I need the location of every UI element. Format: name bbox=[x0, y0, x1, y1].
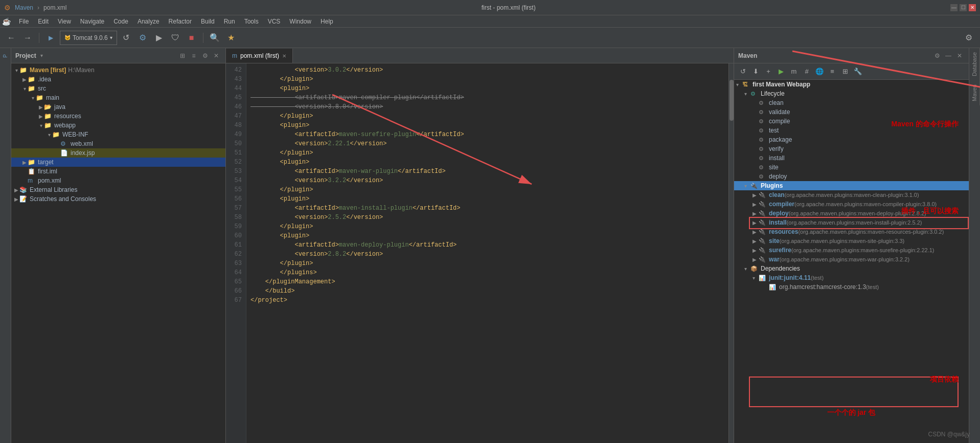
scratches-icon: 📝 bbox=[19, 195, 28, 203]
tree-target[interactable]: ▶ 📁 target bbox=[11, 158, 225, 167]
tree-java[interactable]: ▶ 📂 java bbox=[11, 102, 225, 112]
menu-code[interactable]: Code bbox=[109, 17, 132, 26]
maximize-button[interactable]: ☐ bbox=[960, 4, 967, 11]
maven-plugin-surefire[interactable]: ▶ 🔌 surefire (org.apache.maven.plugins:m… bbox=[734, 246, 969, 255]
menu-help[interactable]: Help bbox=[316, 17, 337, 26]
tree-root[interactable]: ▾ 📁 Maven [first] H:\Maven bbox=[11, 65, 225, 75]
editor-scrollbar[interactable] bbox=[728, 63, 734, 443]
tree-main[interactable]: ▾ 📁 main bbox=[11, 93, 225, 102]
maven-wrench-btn[interactable]: 🔧 bbox=[852, 66, 863, 77]
menu-vcs[interactable]: VCS bbox=[264, 17, 285, 26]
maven-verify[interactable]: ⚙ verify bbox=[734, 144, 969, 153]
maven-toggle-btn[interactable]: # bbox=[801, 66, 812, 77]
tree-idea[interactable]: ▶ 📁 .idea bbox=[11, 75, 225, 84]
webinf-folder-icon: 📁 bbox=[52, 131, 60, 138]
maven-minimize-btn[interactable]: — bbox=[943, 51, 953, 61]
tree-ext-libs[interactable]: ▶ 📚 External Libraries bbox=[11, 185, 225, 194]
maven-plugin-site[interactable]: ▶ 🔌 site (org.apache.maven.plugins:maven… bbox=[734, 236, 969, 246]
maven-deploy[interactable]: ⚙ deploy bbox=[734, 172, 969, 181]
tree-indexjsp[interactable]: ▶ 📄 index.jsp bbox=[11, 148, 225, 158]
maven-clean[interactable]: ⚙ clean bbox=[734, 98, 969, 107]
maven-filter-btn[interactable]: ⊞ bbox=[839, 66, 851, 77]
maven-refresh-btn[interactable]: ↺ bbox=[737, 66, 748, 77]
maven-settings-btn[interactable]: ⚙ bbox=[932, 51, 942, 61]
maven-plugin-compiler[interactable]: ▶ 🔌 compiler (org.apache.maven.plugins:m… bbox=[734, 200, 969, 209]
tree-webinf[interactable]: ▾ 📁 WEB-INF bbox=[11, 130, 225, 139]
menu-window[interactable]: Window bbox=[285, 17, 315, 26]
maven-package[interactable]: ⚙ package bbox=[734, 135, 969, 144]
menu-run[interactable]: Run bbox=[220, 17, 239, 26]
maven-test[interactable]: ⚙ test bbox=[734, 126, 969, 135]
maven-dependencies[interactable]: ▾ 📦 Dependencies bbox=[734, 264, 969, 273]
project-dropdown-icon[interactable]: ▾ bbox=[40, 53, 43, 58]
maven-dep-junit[interactable]: ▾ 📊 junit:junit:4.11 (test) bbox=[734, 273, 969, 282]
maven-plugin-clean[interactable]: ▶ 🔌 clean (org.apache.maven.plugins:mave… bbox=[734, 190, 969, 200]
menu-edit[interactable]: Edit bbox=[34, 17, 53, 26]
idea-arrow-icon: ▶ bbox=[21, 77, 28, 82]
toolbar-settings-btn[interactable]: ⚙ bbox=[962, 31, 976, 45]
maven-plugin-war[interactable]: ▶ 🔌 war (org.apache.maven.plugins:maven-… bbox=[734, 255, 969, 264]
maven-compile[interactable]: ⚙ compile bbox=[734, 117, 969, 126]
tree-scratches[interactable]: ▶ 📝 Scratches and Consoles bbox=[11, 194, 225, 204]
toolbar-bookmark-btn[interactable]: ★ bbox=[224, 31, 238, 45]
project-panel-title: Project bbox=[15, 52, 36, 59]
menu-navigate[interactable]: Navigate bbox=[76, 17, 108, 26]
tree-webxml[interactable]: ▶ ⚙ web.xml bbox=[11, 139, 225, 148]
tab-maven-side[interactable]: Maven bbox=[969, 80, 980, 105]
menu-view[interactable]: View bbox=[54, 17, 75, 26]
minimize-button[interactable]: — bbox=[950, 4, 958, 11]
maven-close-btn[interactable]: ✕ bbox=[954, 51, 965, 61]
maven-plugin-deploy[interactable]: ▶ 🔌 deploy (org.apache.maven.plugins:mav… bbox=[734, 209, 969, 218]
tab-pomxml[interactable]: m pom.xml (first) ✕ bbox=[226, 49, 293, 63]
project-gear[interactable]: ⚙ bbox=[200, 51, 210, 61]
scrollbar-thumb[interactable] bbox=[730, 80, 734, 121]
maven-skip-btn[interactable]: m bbox=[788, 66, 800, 77]
strip-project-btn[interactable]: P bbox=[0, 50, 11, 61]
tree-resources[interactable]: ▶ 📁 resources bbox=[11, 112, 225, 121]
maven-plugin-install[interactable]: ▶ 🔌 install (org.apache.maven.plugins:ma… bbox=[734, 218, 969, 227]
maven-site[interactable]: ⚙ site bbox=[734, 163, 969, 172]
toolbar-debug-btn[interactable]: ▶ bbox=[152, 31, 166, 45]
tree-webapp[interactable]: ▾ 📁 webapp bbox=[11, 121, 225, 130]
tab-database[interactable]: Database bbox=[969, 48, 980, 80]
maven-dep-hamcrest[interactable]: ▶ 📊 org.hamcrest:hamcrest-core:1.3 (test… bbox=[734, 282, 969, 292]
maven-download-btn[interactable]: ⬇ bbox=[750, 66, 761, 77]
toolbar-server-selector[interactable]: 🐱 Tomcat 9.0.6 ▾ bbox=[60, 31, 117, 45]
toolbar-coverage-btn[interactable]: 🛡 bbox=[168, 31, 183, 45]
menu-tools[interactable]: Tools bbox=[240, 17, 263, 26]
maven-run-btn[interactable]: ▶ bbox=[776, 66, 787, 77]
maven-install[interactable]: ⚙ install bbox=[734, 153, 969, 163]
maven-root[interactable]: ▾ 🏗 first Maven Webapp bbox=[734, 80, 969, 89]
tree-src[interactable]: ▾ 📁 src bbox=[11, 84, 225, 93]
maven-import-btn[interactable]: + bbox=[763, 66, 774, 77]
toolbar-forward-btn[interactable]: → bbox=[20, 31, 35, 45]
project-close[interactable]: ✕ bbox=[211, 51, 221, 61]
code-content[interactable]: <version>3.0.2</version> </plugin> <plug… bbox=[246, 63, 728, 443]
tree-firstiml[interactable]: ▶ 📋 first.iml bbox=[11, 167, 225, 176]
toolbar-back-btn[interactable]: ← bbox=[4, 31, 18, 45]
maven-sort-btn[interactable]: ≡ bbox=[827, 66, 838, 77]
menu-refactor[interactable]: Refactor bbox=[165, 17, 196, 26]
toolbar-search-btn[interactable]: 🔍 bbox=[208, 31, 222, 45]
project-collapse-all[interactable]: ⊞ bbox=[177, 51, 188, 61]
toolbar-sep-1 bbox=[39, 33, 39, 43]
toolbar-stop-btn[interactable]: ■ bbox=[185, 31, 199, 45]
menu-file[interactable]: File bbox=[15, 17, 33, 26]
maven-plugin-site-icon: 🔌 bbox=[759, 238, 767, 245]
project-scroll-to[interactable]: ≡ bbox=[189, 51, 199, 61]
maven-lifecycle-btn[interactable]: 🌐 bbox=[814, 66, 825, 77]
menu-build[interactable]: Build bbox=[197, 17, 219, 26]
maven-plugins[interactable]: ▾ 🔌 Plugins bbox=[734, 181, 969, 190]
menu-analyze[interactable]: Analyze bbox=[133, 17, 164, 26]
maven-validate[interactable]: ⚙ validate bbox=[734, 107, 969, 117]
tree-pomxml[interactable]: ▶ m pom.xml bbox=[11, 176, 225, 185]
toolbar-run-config[interactable]: ▶ bbox=[43, 31, 58, 45]
close-button[interactable]: ✕ bbox=[969, 4, 976, 11]
maven-plugin-resources[interactable]: ▶ 🔌 resources (org.apache.maven.plugins:… bbox=[734, 227, 969, 236]
toolbar-build-btn[interactable]: ⚙ bbox=[135, 31, 150, 45]
maven-plugin-install-detail: (org.apache.maven.plugins:maven-install-… bbox=[787, 219, 922, 226]
java-label: java bbox=[54, 103, 65, 110]
maven-lifecycle[interactable]: ▾ ⚙ Lifecycle bbox=[734, 89, 969, 98]
tab-pomxml-close[interactable]: ✕ bbox=[282, 53, 286, 59]
toolbar-refresh-btn[interactable]: ↺ bbox=[119, 31, 133, 45]
